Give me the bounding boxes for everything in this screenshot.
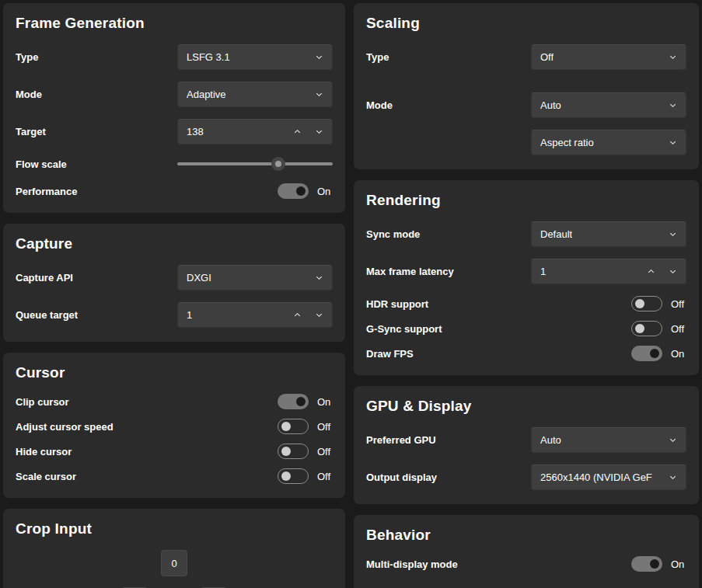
output-display-row: Output display 2560x1440 (NVIDIA GeF: [366, 464, 686, 490]
max-frame-latency-label: Max frame latency: [366, 266, 454, 277]
queue-target-spinner[interactable]: 1: [177, 302, 333, 328]
gsync-support-row: G-Sync support Off: [366, 321, 686, 336]
spinner-value: 1: [187, 309, 192, 321]
adjust-cursor-speed-toggle[interactable]: [278, 419, 309, 434]
toggle-knob: [635, 299, 644, 308]
mode-label: Mode: [16, 89, 42, 100]
multi-display-mode-row: Multi-display mode On: [366, 556, 686, 572]
toggle-knob: [650, 559, 659, 569]
dropdown-value: DXGI: [187, 272, 211, 284]
toggle-state-label: Off: [317, 471, 333, 482]
target-spinner[interactable]: 138: [177, 119, 333, 144]
preferred-gpu-dropdown[interactable]: Auto: [531, 427, 686, 453]
increment-button[interactable]: [647, 267, 655, 276]
target-row: Target 138: [16, 119, 333, 144]
toggle-knob: [296, 397, 306, 406]
flow-scale-row: Flow scale: [16, 156, 333, 172]
max-frame-latency-row: Max frame latency 1: [366, 259, 686, 284]
capture-card: Capture Capture API DXGI Queue target 1: [3, 224, 345, 342]
chevron-down-icon: [669, 230, 677, 238]
adjust-cursor-speed-row: Adjust cursor speed Off: [16, 419, 333, 434]
increment-button[interactable]: [293, 311, 302, 319]
card-title: Frame Generation: [16, 14, 333, 32]
capture-api-dropdown[interactable]: DXGI: [177, 265, 333, 291]
chevron-down-icon: [315, 90, 323, 99]
behavior-card: Behavior Multi-display mode On: [354, 515, 699, 588]
gsync-support-label: G-Sync support: [366, 323, 442, 335]
multi-display-mode-label: Multi-display mode: [366, 558, 458, 570]
clip-cursor-row: Clip cursor On: [16, 394, 333, 409]
card-title: Crop Input: [16, 520, 333, 538]
queue-target-row: Queue target 1: [16, 302, 333, 328]
dropdown-value: Auto: [540, 434, 561, 446]
cursor-card: Cursor Clip cursor On Adjust cursor spee…: [3, 353, 345, 498]
crop-input-card: Crop Input 0: [3, 509, 345, 588]
hide-cursor-toggle[interactable]: [278, 444, 309, 459]
scaling-mode-dropdown[interactable]: Auto: [531, 92, 686, 118]
hdr-support-label: HDR support: [366, 298, 428, 310]
scaling-type-dropdown[interactable]: Off: [531, 44, 686, 70]
dropdown-value: Default: [540, 228, 572, 240]
max-frame-latency-spinner[interactable]: 1: [531, 259, 686, 284]
chevron-down-icon: [669, 138, 677, 147]
queue-target-label: Queue target: [16, 309, 78, 321]
output-display-dropdown[interactable]: 2560x1440 (NVIDIA GeF: [531, 464, 686, 490]
performance-label: Performance: [16, 186, 77, 197]
clip-cursor-toggle[interactable]: [278, 394, 309, 409]
toggle-knob: [281, 447, 291, 456]
toggle-state-label: Off: [671, 298, 686, 310]
performance-row: Performance On: [16, 183, 333, 199]
flow-scale-slider[interactable]: [177, 156, 333, 172]
scaling-mode-label: Mode: [366, 99, 393, 111]
scaling-type-row: Type Off: [366, 44, 686, 70]
aspect-ratio-dropdown[interactable]: Aspect ratio: [531, 130, 686, 155]
toggle-state-label: Off: [317, 421, 333, 433]
spinner-value: 1: [540, 266, 546, 277]
hdr-support-toggle[interactable]: [631, 296, 662, 311]
scaling-card: Scaling Type Off Mode Auto: [354, 3, 699, 169]
card-title: Rendering: [366, 191, 686, 209]
crop-input-body: 0: [16, 550, 333, 588]
toggle-knob: [296, 186, 306, 196]
hdr-support-row: HDR support Off: [366, 296, 686, 311]
sync-mode-dropdown[interactable]: Default: [531, 221, 686, 247]
frame-generation-type-dropdown[interactable]: LSFG 3.1: [177, 44, 333, 70]
multi-display-mode-toggle[interactable]: [631, 556, 662, 572]
output-display-label: Output display: [366, 471, 437, 483]
toggle-knob: [635, 324, 644, 333]
spinner-value: 138: [187, 126, 204, 137]
adjust-cursor-speed-label: Adjust cursor speed: [16, 421, 114, 433]
increment-button[interactable]: [293, 127, 302, 136]
frame-generation-card: Frame Generation Type LSFG 3.1 Mode Adap…: [3, 3, 345, 213]
draw-fps-label: Draw FPS: [366, 348, 414, 360]
crop-top-input[interactable]: 0: [161, 550, 187, 576]
draw-fps-toggle[interactable]: [631, 346, 662, 361]
toggle-state-label: On: [317, 396, 333, 408]
scaling-mode-row: Mode Auto: [366, 92, 686, 118]
scaling-type-label: Type: [366, 51, 389, 63]
decrement-button[interactable]: [315, 127, 323, 136]
flow-scale-label: Flow scale: [16, 158, 67, 170]
scale-cursor-toggle[interactable]: [278, 468, 309, 484]
capture-api-label: Capture API: [16, 272, 73, 284]
decrement-button[interactable]: [669, 267, 677, 276]
sync-mode-label: Sync mode: [366, 228, 420, 240]
left-column: Frame Generation Type LSFG 3.1 Mode Adap…: [3, 3, 345, 588]
mode-row: Mode Adaptive: [16, 82, 333, 107]
preferred-gpu-label: Preferred GPU: [366, 434, 436, 446]
dropdown-value: 2560x1440 (NVIDIA GeF: [540, 471, 652, 483]
type-label: Type: [16, 51, 38, 63]
toggle-state-label: On: [671, 348, 686, 360]
rendering-card: Rendering Sync mode Default Max frame la…: [354, 180, 699, 375]
decrement-button[interactable]: [315, 311, 323, 319]
hide-cursor-label: Hide cursor: [16, 446, 72, 458]
frame-generation-mode-dropdown[interactable]: Adaptive: [177, 82, 333, 107]
performance-toggle[interactable]: [278, 183, 309, 199]
sync-mode-row: Sync mode Default: [366, 221, 686, 247]
gsync-support-toggle[interactable]: [631, 321, 662, 336]
settings-page: Frame Generation Type LSFG 3.1 Mode Adap…: [0, 0, 702, 588]
toggle-state-label: Off: [671, 323, 686, 335]
scale-cursor-row: Scale cursor Off: [16, 468, 333, 484]
slider-thumb[interactable]: [271, 157, 285, 171]
slider-track[interactable]: [177, 162, 333, 165]
